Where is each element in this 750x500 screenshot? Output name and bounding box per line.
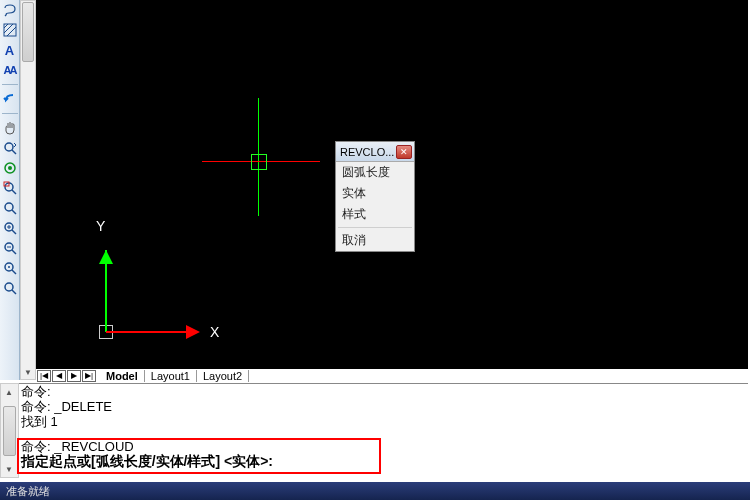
text-single-icon[interactable]: A <box>2 42 18 58</box>
svg-line-16 <box>12 230 16 234</box>
tab-model[interactable]: Model <box>100 370 145 382</box>
command-history-line: 命令: <box>21 384 748 399</box>
command-scrollbar[interactable]: ▲ ▼ <box>0 383 19 478</box>
left-toolbar: A AA <box>0 0 20 380</box>
svg-line-5 <box>12 150 16 154</box>
zoom-extents-icon[interactable] <box>2 200 18 216</box>
popup-option-arc-length[interactable]: 圆弧长度 <box>336 162 414 183</box>
ucs-y-label: Y <box>96 218 105 234</box>
status-bar: 准备就绪 <box>0 482 750 500</box>
text-multi-icon[interactable]: AA <box>2 62 18 78</box>
ucs-x-arrow-icon <box>186 325 200 339</box>
drawing-canvas[interactable]: Y X REVCLO... ✕ 圆弧长度 实体 样式 取消 <box>36 0 748 368</box>
svg-point-22 <box>8 266 10 268</box>
ucs-y-arrow-icon <box>99 250 113 264</box>
svg-point-11 <box>5 203 13 211</box>
scroll-up-icon[interactable]: ▲ <box>3 386 15 398</box>
svg-line-21 <box>12 270 16 274</box>
separator <box>2 113 18 114</box>
crosshair-pickbox <box>251 154 267 170</box>
popup-option-style[interactable]: 样式 <box>336 204 414 225</box>
orbit-icon[interactable] <box>2 160 18 176</box>
svg-line-19 <box>12 250 16 254</box>
tab-last-icon[interactable]: ▶| <box>82 370 96 382</box>
command-history-line: 命令: _DELETE <box>21 399 748 414</box>
popup-titlebar[interactable]: REVCLO... ✕ <box>336 142 414 162</box>
zoom-out-icon[interactable] <box>2 240 18 256</box>
command-prompt[interactable]: 指定起点或[弧线长度/实体/样式] <实体>: <box>21 454 748 469</box>
separator <box>2 84 18 85</box>
zoom-in-icon[interactable] <box>2 220 18 236</box>
svg-line-12 <box>12 210 16 214</box>
layout-tabs: |◀ ◀ ▶ ▶| Model Layout1 Layout2 <box>36 368 748 382</box>
revcloud-popup: REVCLO... ✕ 圆弧长度 实体 样式 取消 <box>335 141 415 252</box>
popup-option-entity[interactable]: 实体 <box>336 183 414 204</box>
command-history-line: 命令: _REVCLOUD <box>21 439 748 454</box>
status-text: 准备就绪 <box>6 484 50 499</box>
svg-point-23 <box>5 283 13 291</box>
undo-icon[interactable] <box>2 91 18 107</box>
popup-cancel[interactable]: 取消 <box>336 230 414 251</box>
command-history-line: 找到 1 <box>21 414 748 429</box>
scroll-down-icon[interactable]: ▼ <box>21 365 35 379</box>
tab-prev-icon[interactable]: ◀ <box>52 370 66 382</box>
close-icon[interactable]: ✕ <box>396 145 412 159</box>
zoom-realtime-icon[interactable] <box>2 140 18 156</box>
svg-line-3 <box>4 24 8 28</box>
tab-layout2[interactable]: Layout2 <box>197 370 249 382</box>
ucs-x-label: X <box>210 324 219 340</box>
popup-title-text: REVCLO... <box>340 146 394 158</box>
scrollbar-thumb[interactable] <box>22 2 34 62</box>
command-window[interactable]: 命令: 命令: _DELETE 找到 1 命令: _REVCLOUD 指定起点或… <box>19 383 748 478</box>
zoom-window-icon[interactable] <box>2 180 18 196</box>
svg-point-4 <box>5 143 13 151</box>
hatch-icon[interactable] <box>2 22 18 38</box>
tab-layout1[interactable]: Layout1 <box>145 370 197 382</box>
tab-next-icon[interactable]: ▶ <box>67 370 81 382</box>
svg-line-9 <box>12 190 16 194</box>
zoom-scale-icon[interactable] <box>2 260 18 276</box>
tab-first-icon[interactable]: |◀ <box>37 370 51 382</box>
lasso-icon[interactable] <box>2 2 18 18</box>
scroll-down-icon[interactable]: ▼ <box>3 463 15 475</box>
svg-line-24 <box>12 290 16 294</box>
popup-separator <box>338 227 412 228</box>
pan-icon[interactable] <box>2 120 18 136</box>
zoom-center-icon[interactable] <box>2 280 18 296</box>
ucs-x-axis <box>106 331 188 333</box>
drawing-vertical-scrollbar[interactable]: ▼ <box>20 0 36 380</box>
svg-point-7 <box>8 166 12 170</box>
scrollbar-thumb[interactable] <box>3 406 16 456</box>
